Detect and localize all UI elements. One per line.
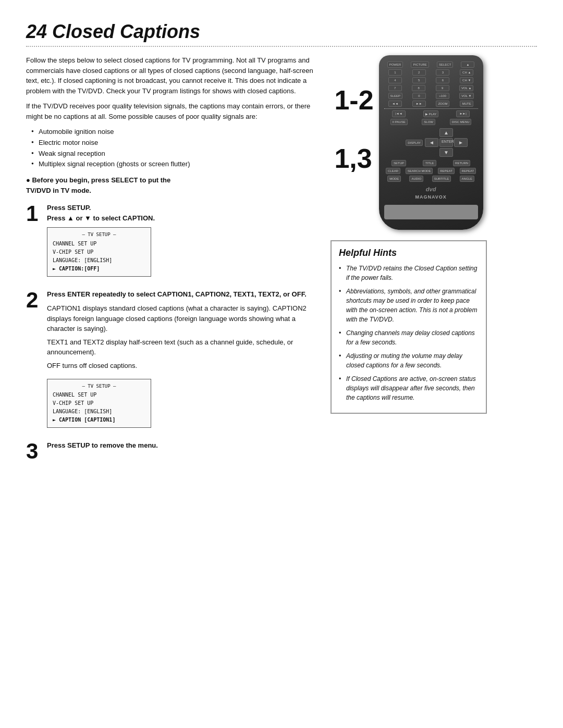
power-btn[interactable]: POWER xyxy=(387,61,403,68)
rew-btn[interactable]: ◄◄ xyxy=(388,101,402,107)
ch-down-btn[interactable]: CH ▼ xyxy=(460,77,473,83)
mode-btn[interactable]: MODE xyxy=(387,176,401,182)
step-3-content: Press SETUP to remove the menu. xyxy=(47,440,318,455)
side-numbers: 1-2 1,3 xyxy=(334,55,373,172)
top-right-btn[interactable]: ▲ xyxy=(461,61,474,68)
subtitle-btn[interactable]: SUBTITLE xyxy=(432,176,451,182)
before-begin-note: ● Before you begin, press SELECT to put … xyxy=(26,175,318,195)
vol-up-btn[interactable]: VOL ▲ xyxy=(459,85,473,91)
plus100-btn[interactable]: +100 xyxy=(436,93,449,99)
setup-btn[interactable]: SETUP xyxy=(391,160,406,166)
num-2-btn[interactable]: 2 xyxy=(412,69,426,76)
num-row-4: SLEEP 0 +100 VOL ▼ xyxy=(384,93,478,99)
list-item: Multiplex signal reception (ghosts or sc… xyxy=(31,159,318,170)
num-1-btn[interactable]: 1 xyxy=(388,69,402,76)
clear-btn[interactable]: CLEAR xyxy=(386,168,400,174)
mute-btn[interactable]: MUTE xyxy=(460,101,473,107)
step-2-detail3: OFF turns off closed captions. xyxy=(47,361,318,371)
enter-btn[interactable]: ENTER xyxy=(439,138,453,147)
audio-btn[interactable]: AUDIO xyxy=(409,176,423,182)
num-row-2: 4 5 6 CH ▼ xyxy=(384,77,478,83)
pause-btn[interactable]: II PAUSE xyxy=(390,119,408,125)
hint-2: Abbreviations, symbols, and other gramma… xyxy=(339,287,479,324)
display-btn[interactable]: DISPLAY xyxy=(406,140,423,146)
helpful-hints-title: Helpful Hints xyxy=(339,248,479,258)
before-begin-text: Before you begin, press SELECT to put th… xyxy=(26,176,170,194)
skip-back-btn[interactable]: |◄◄ xyxy=(392,110,406,117)
disc-menu-btn[interactable]: DISC MENU xyxy=(450,119,472,125)
hint-5: If Closed Captions are active, on-screen… xyxy=(339,374,479,402)
sleep-btn[interactable]: SLEEP xyxy=(388,93,402,99)
num-7-btn[interactable]: 7 xyxy=(388,85,402,91)
step-2-block: 2 Press ENTER repeatedly to select CAPTI… xyxy=(26,289,318,431)
step-2-screen: — TV SETUP — CHANNEL SET UP V-CHIP SET U… xyxy=(47,379,151,428)
skip-fwd-btn[interactable]: ►►| xyxy=(456,110,470,117)
play-btn[interactable]: ▶ PLAY xyxy=(423,110,439,117)
hint-3: Changing channels may delay closed capti… xyxy=(339,328,479,347)
play-row: |◄◄ ▶ PLAY ►►| xyxy=(384,110,478,117)
screen-1-title: — TV SETUP — xyxy=(53,231,145,238)
search-mode-btn[interactable]: SEARCH MODE xyxy=(406,168,433,174)
num-0-btn[interactable]: 0 xyxy=(412,93,426,99)
fwd-btn[interactable]: ►► xyxy=(412,101,426,107)
step-1-number: 1 xyxy=(26,203,42,225)
step-1-instruction: Press SETUP.Press ▲ or ▼ to select CAPTI… xyxy=(47,203,318,223)
num-3-btn[interactable]: 3 xyxy=(436,69,449,76)
left-column: Follow the steps below to select closed … xyxy=(26,55,318,472)
intro-paragraph2: If the TV/DVD receives poor quality tele… xyxy=(26,101,318,121)
step-1-screen: — TV SETUP — CHANNEL SET UP V-CHIP SET U… xyxy=(47,227,151,276)
causes-list: Automobile ignition noise Electric motor… xyxy=(31,127,318,170)
remote-section: 1-2 1,3 POWER PICTURE SELECT ▲ 1 2 3 CH … xyxy=(334,55,483,230)
repeat-btn[interactable]: REPEAT xyxy=(438,168,455,174)
list-item: Automobile ignition noise xyxy=(31,127,318,138)
num-5-btn[interactable]: 5 xyxy=(412,77,426,83)
transport-row: ◄◄ ►► ZOOM MUTE xyxy=(384,101,478,107)
right-column: 1-2 1,3 POWER PICTURE SELECT ▲ 1 2 3 CH … xyxy=(331,55,487,472)
step-1-block: 1 Press SETUP.Press ▲ or ▼ to select CAP… xyxy=(26,203,318,279)
select-btn[interactable]: SELECT xyxy=(437,61,453,68)
remote-bottom-area xyxy=(384,205,478,219)
step-2-content: Press ENTER repeatedly to select CAPTION… xyxy=(47,289,318,431)
ch-up-btn[interactable]: CH ▲ xyxy=(460,69,473,76)
zoom-btn[interactable]: ZOOM xyxy=(436,101,449,107)
step-3-number: 3 xyxy=(26,440,42,462)
slow-btn[interactable]: SLOW xyxy=(422,119,435,125)
main-layout: Follow the steps below to select closed … xyxy=(26,55,537,472)
list-item: Weak signal reception xyxy=(31,149,318,159)
step-2-instruction: Press ENTER repeatedly to select CAPTION… xyxy=(47,289,318,300)
remote-top-row: POWER PICTURE SELECT ▲ xyxy=(384,61,478,68)
return-btn[interactable]: RETURN xyxy=(453,160,470,166)
side-num-1: 1-2 xyxy=(334,87,373,114)
num-row-3: 7 8 9 VOL ▲ xyxy=(384,85,478,91)
remote-brand: MAGNAVOX xyxy=(384,194,478,200)
intro-paragraph1: Follow the steps below to select closed … xyxy=(26,55,318,96)
list-item: Electric motor noise xyxy=(31,138,318,149)
step-2-bold: Press ENTER repeatedly to select CAPTION… xyxy=(47,290,307,298)
clear-row: CLEAR SEARCH MODE REPEAT REPEAT xyxy=(384,168,478,174)
section-divider xyxy=(26,46,537,47)
mode-row: MODE AUDIO SUBTITLE ANGLE xyxy=(384,176,478,182)
nav-right-btn[interactable]: ► xyxy=(454,138,468,147)
setup-title-row: SETUP TITLE RETURN xyxy=(384,160,478,166)
screen-1-item1: CHANNEL SET UP xyxy=(53,240,145,248)
dvd-logo-area: dvd xyxy=(384,186,478,192)
num-8-btn[interactable]: 8 xyxy=(412,85,425,91)
repeat2-btn[interactable]: REPEAT xyxy=(460,168,476,174)
nav-left-btn[interactable]: ◄ xyxy=(425,138,438,147)
nav-down-btn[interactable]: ▼ xyxy=(439,148,453,157)
picture-btn[interactable]: PICTURE xyxy=(411,61,429,68)
num-6-btn[interactable]: 6 xyxy=(436,77,449,83)
step-2-detail1: CAPTION1 displays standard closed captio… xyxy=(47,303,318,334)
title-btn[interactable]: TITLE xyxy=(423,160,436,166)
screen-2-title: — TV SETUP — xyxy=(53,382,145,390)
num-9-btn[interactable]: 9 xyxy=(436,85,449,91)
num-4-btn[interactable]: 4 xyxy=(388,77,402,83)
step-3-block: 3 Press SETUP to remove the menu. xyxy=(26,440,318,462)
step-2-detail2: TEXT1 and TEXT2 display half-screen text… xyxy=(47,337,318,357)
angle-btn[interactable]: ANGLE xyxy=(460,176,474,182)
helpful-hints-list: The TV/DVD retains the Closed Caption se… xyxy=(339,264,479,402)
screen-2-item3: LANGUAGE: [ENGLISH] xyxy=(53,408,145,416)
side-num-2: 1,3 xyxy=(334,145,373,172)
nav-up-btn[interactable]: ▲ xyxy=(439,128,453,137)
vol-down-btn[interactable]: VOL ▼ xyxy=(459,93,473,99)
